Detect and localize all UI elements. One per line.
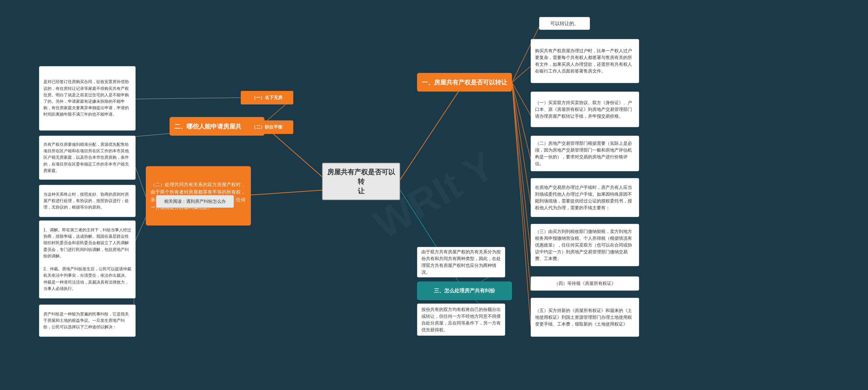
text-purchase: 购买共有产权房屋办理过户时，比单一产权人过户要复杂，需要每个共有权人都签署与售房… [531,39,639,83]
proc1-label: （一）买卖双方持买卖协议、双方《身份证》、户口本、原《房屋所有权证》到房地产交易… [535,99,635,120]
dispute1-label: 由于双方共有房屋产权的共有关系分为按份共有和共同共有两种类型，因此，在处理双方共… [421,249,501,276]
sub2-label: （二）职住平衡 [252,124,282,130]
transfer-label: 在房地产交易所办理过户手续时，房产共有人应当到场或委托他人办理过户手续。如果因特… [535,184,635,211]
text-transfer: 在房地产交易所办理过户手续时，房产共有人应当到场或委托他人办理过户手续。如果因特… [531,178,639,217]
sub2-node: （二）职住平衡 [241,120,293,134]
who1-label: 是对已经签订住房购买合同，征收安置房补偿协议的，有住房转让记录等家庭不得购买共有… [43,79,131,118]
purchase-label: 购买共有产权房屋办理过户时，比单一产权人过户要复杂，需要每个共有权人都签署与售房… [535,47,635,75]
svg-line-2 [251,190,326,195]
text-procedure1: （一）买卖双方持买卖协议、双方《身份证》、户口本、原《房屋所有权证》到房地产交易… [531,92,639,127]
svg-line-20 [134,217,146,244]
proc2-label: （二）房地产交易管理部门根据需要（实际上是必须，因为房地产交易管理部门一般和房地… [535,140,635,167]
property-dispute-label: 房产纠纷是一种较为普遍的民事纠纷，它是指关于房屋和土地的权益争议。一旦发生房地产… [43,311,131,331]
proc4-label: （四）等待领《房屋所有权证》 [554,280,616,287]
proc5-label: （五）买方持新的《房屋所有权证》和届来的《土地使用权证》到国土资源管理部门办理土… [535,307,635,328]
svg-line-10 [512,82,531,291]
dispute-med-label: 1、调解。即在第三者的主持下，纠纷当事人经过协商，排除争端，达成协解。我国在基层… [43,227,131,292]
svg-line-5 [512,66,531,82]
svg-line-7 [512,82,531,159]
text-who1: 是对已经签订住房购买合同，征收安置房补偿协议的，有住房转让记录等家庭不得购买共有… [39,66,136,131]
text-procedure2: （二）房地产交易管理部门根据需要（实际上是必须，因为房地产交易管理部门一般和房地… [531,136,639,171]
svg-line-6 [512,82,531,115]
sub1-node: （一）名下无房 [241,91,293,104]
text-dispute2: 按份共有的双方均有权将自己的份额分出或转让，但任何一方不经他方同意不得擅自处分房… [417,304,505,336]
text-procedure3: （三）由买方到到税收部门缴纳契税，卖方到地方税务局申报缴纳营业税、个人所得税（根… [531,224,639,266]
text-top-right: 可以转让的。 [539,17,590,30]
section1-node: 一、房屋共有产权是否可以转让 [417,73,512,92]
when-label: 当这种关系终止时，按照友好、协商的原则对房屋产权进行处理，有协议的，按照协议进行… [43,191,131,211]
center-label: 房屋共有产权是否可以转 让 [326,167,396,196]
related-reading-node[interactable]: 相关阅读：遇到房产纠纷怎么办 [156,195,234,208]
text-who2: 共有产权住房要做到精准分配，房源优先配售给项目所在区户籍和在项目所在区工作的本市… [39,136,136,180]
section3-label: 三、怎么处理房产共有纠纷 [434,288,495,294]
sub1-label: （一）名下无房 [252,95,282,101]
text-dispute1: 由于双方共有房屋产权的共有关系分为按份共有和共同共有两种类型，因此，在处理双方共… [417,247,505,277]
who2-label: 共有产权住房要做到精准分配，房源优先配售给项目所在区户籍和在项目所在区工作的本市… [43,141,131,174]
section3-node: 三、怎么处理房产共有纠纷 [417,281,512,300]
related-label: 相关阅读：遇到房产纠纷怎么办 [164,198,226,204]
svg-line-16 [134,163,146,197]
svg-line-8 [512,82,531,204]
dispute2-label: 按份共有的双方均有权将自己的份额分出或转让，但任何一方不经他方同意不得擅自处分房… [421,306,501,333]
svg-line-14 [134,98,241,99]
svg-line-1 [264,126,326,180]
section1-label: 一、房屋共有产权是否可以转让 [422,78,507,86]
svg-line-9 [512,82,531,253]
text-procedure5: （五）买方持新的《房屋所有权证》和届来的《土地使用权证》到国土资源管理部门办理土… [531,298,639,337]
mind-map-canvas: WRIt Y [0,0,868,390]
text-dispute-med: 1、调解。即在第三者的主持下，纠纷当事人经过协商，排除争端，达成协解。我国在基层… [39,220,136,298]
top-right-label: 可以转让的。 [550,20,579,27]
center-node: 房屋共有产权是否可以转 让 [322,163,400,200]
text-when: 当这种关系终止时，按照友好、协商的原则对房屋产权进行处理，有协议的，按照协议进行… [39,185,136,217]
proc3-label: （三）由买方到到税收部门缴纳契税，卖方到地方税务局申报缴纳营业税、个人所得税（根… [535,228,635,262]
text-procedure4: （四）等待领《房屋所有权证》 [531,276,639,291]
svg-line-11 [512,82,531,326]
svg-line-0 [400,82,465,180]
text-property-dispute: 房产纠纷是一种较为普遍的民事纠纷，它是指关于房屋和土地的权益争议。一旦发生房地产… [39,305,136,337]
